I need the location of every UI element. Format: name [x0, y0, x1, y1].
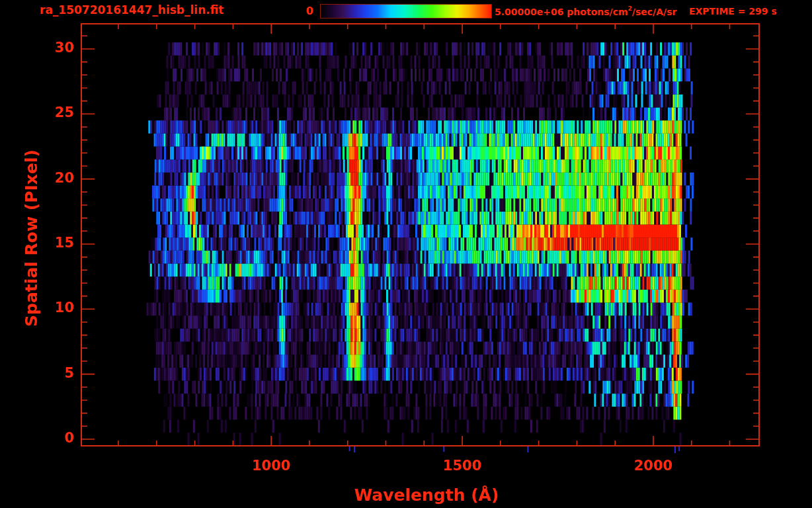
x-tick-label: 1000 — [241, 458, 301, 474]
colorbar-max-value: 5.00000e+06 photons/cm — [495, 7, 628, 17]
filename-title: ra_150720161447_hisb_lin.fit — [40, 3, 223, 17]
colorbar-max-units: /sec/A/sr — [632, 7, 677, 17]
y-tick-label: 5 — [34, 365, 74, 381]
colorbar-max-label: 5.00000e+06 photons/cm2/sec/A/sr — [495, 6, 676, 17]
colorbar — [320, 4, 492, 19]
y-tick-label: 25 — [34, 105, 74, 120]
spectrogram-heatmap — [81, 24, 759, 446]
x-tick-label: 1500 — [432, 458, 492, 474]
colorbar-max-exponent: 2 — [628, 5, 632, 12]
y-tick-label: 0 — [34, 430, 74, 446]
exptime-label: EXPTIME = 299 s — [689, 6, 777, 17]
y-axis-title: Spatial Row (PIxel) — [22, 146, 42, 331]
x-axis-title: Wavelength (Å) — [339, 486, 514, 505]
colorbar-min-label: 0 — [298, 5, 313, 17]
x-tick-label: 2000 — [624, 458, 683, 474]
fits-quicklook-screen: ra_150720161447_hisb_lin.fit 0 5.00000e+… — [0, 0, 812, 508]
y-tick-label: 30 — [34, 40, 74, 56]
